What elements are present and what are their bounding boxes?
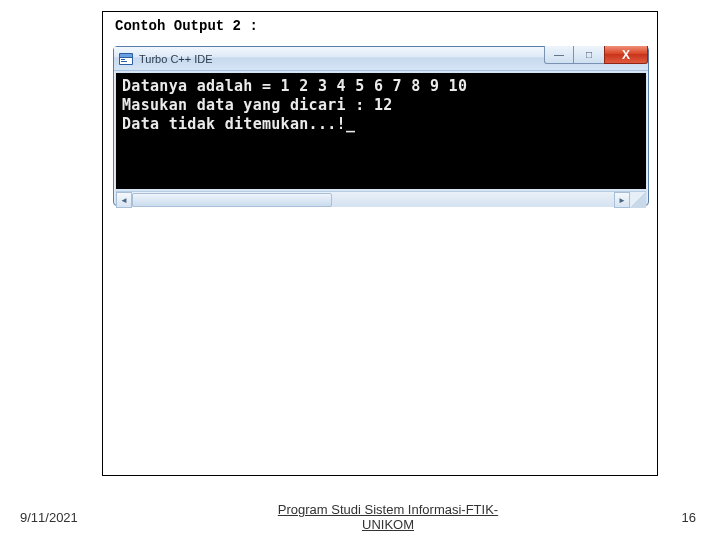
footer-date: 9/11/2021 xyxy=(20,510,110,525)
footer-line1: Program Studi Sistem Informasi-FTIK- xyxy=(278,502,498,517)
scroll-left-button[interactable]: ◄ xyxy=(116,192,132,208)
close-button[interactable]: X xyxy=(604,46,648,64)
console-output: Datanya adalah = 1 2 3 4 5 6 7 8 9 10 Ma… xyxy=(116,73,646,189)
window-titlebar[interactable]: Turbo C++ IDE — □ X xyxy=(114,47,648,71)
footer-page-number: 16 xyxy=(666,510,696,525)
minimize-button[interactable]: — xyxy=(544,46,574,64)
svg-rect-4 xyxy=(121,61,127,62)
scroll-right-button[interactable]: ► xyxy=(614,192,630,208)
scroll-thumb[interactable] xyxy=(132,193,332,207)
console-line: Datanya adalah = 1 2 3 4 5 6 7 8 9 10 xyxy=(122,77,467,95)
slide-heading: Contoh Output 2 : xyxy=(115,18,258,34)
app-icon xyxy=(118,51,134,67)
maximize-button[interactable]: □ xyxy=(574,46,604,64)
slide-footer: 9/11/2021 Program Studi Sistem Informasi… xyxy=(0,503,720,532)
svg-rect-1 xyxy=(120,54,132,57)
console-line: Data tidak ditemukan...! xyxy=(122,115,346,133)
window-controls: — □ X xyxy=(544,46,648,64)
footer-line2: UNIKOM xyxy=(362,517,414,532)
text-cursor: _ xyxy=(346,115,355,134)
console-line: Masukan data yang dicari : 12 xyxy=(122,96,393,114)
svg-rect-3 xyxy=(121,59,125,60)
slide-frame: Contoh Output 2 : Turbo C++ IDE — □ X Da… xyxy=(102,11,658,476)
turbo-c-window: Turbo C++ IDE — □ X Datanya adalah = 1 2… xyxy=(113,46,649,206)
horizontal-scrollbar[interactable]: ◄ ► xyxy=(116,191,646,207)
resize-grip-icon[interactable] xyxy=(630,192,646,208)
footer-center: Program Studi Sistem Informasi-FTIK- UNI… xyxy=(110,503,666,532)
